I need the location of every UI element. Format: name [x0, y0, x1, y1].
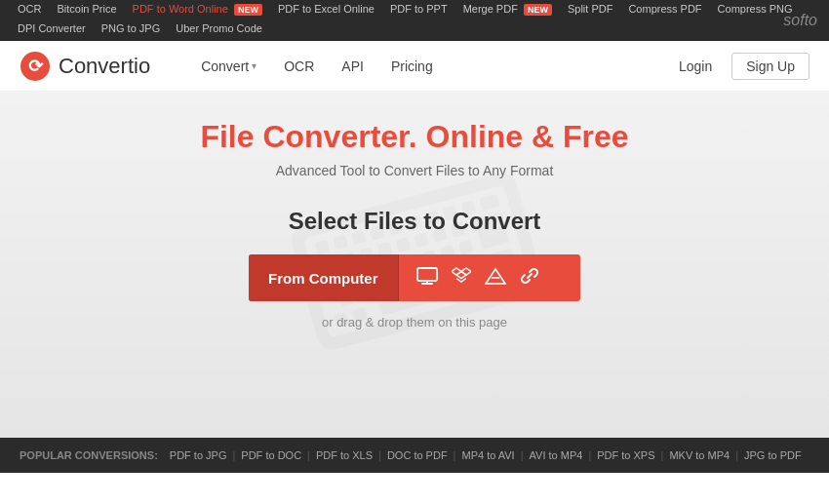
google-drive-icon[interactable]: [485, 267, 506, 290]
new-badge-pdf-word: NEW: [234, 4, 262, 16]
topbar-link-pdf-excel[interactable]: PDF to Excel Online: [270, 0, 382, 18]
dropbox-icon[interactable]: [452, 267, 471, 290]
footer-link-0[interactable]: PDF to JPG: [170, 449, 227, 461]
computer-icon[interactable]: [416, 267, 438, 290]
topbar-link-compress-pdf[interactable]: Compress PDF: [620, 0, 709, 18]
logo[interactable]: ⟳ Convertio: [20, 51, 150, 82]
footer-link-5[interactable]: AVI to MP4: [530, 449, 583, 461]
top-bar-row1: OCR Bitcoin Price PDF to Word Online NEW…: [10, 0, 819, 18]
topbar-link-pdf-ppt[interactable]: PDF to PPT: [382, 0, 455, 18]
main-content: ⌨ File Converter. Online & Free Advanced…: [0, 92, 829, 438]
nav-auth: Login Sign Up: [669, 53, 809, 80]
new-badge-merge-pdf: NEW: [524, 4, 552, 16]
drag-drop-text: or drag & drop them on this page: [322, 315, 507, 330]
nav-links: Convert ▾ OCR API Pricing: [189, 53, 669, 80]
top-bar: OCR Bitcoin Price PDF to Word Online NEW…: [0, 0, 829, 41]
footer-link-4[interactable]: MP4 to AVI: [461, 449, 514, 461]
logo-icon: ⟳: [20, 51, 51, 82]
nav-pricing[interactable]: Pricing: [379, 53, 445, 80]
footer-link-3[interactable]: DOC to PDF: [387, 449, 448, 461]
svg-text:⟳: ⟳: [28, 57, 44, 76]
nav-api[interactable]: API: [330, 53, 375, 80]
logo-text: Convertio: [59, 54, 150, 79]
footer-link-6[interactable]: PDF to XPS: [597, 449, 654, 461]
upload-icons: [399, 266, 557, 291]
top-bar-row2: DPI Converter PNG to JPG Uber Promo Code: [10, 18, 819, 41]
footer-link-1[interactable]: PDF to DOC: [241, 449, 301, 461]
nav-ocr[interactable]: OCR: [272, 53, 326, 80]
topbar-link-png-jpg[interactable]: PNG to JPG: [94, 19, 169, 37]
svg-rect-2: [417, 268, 437, 281]
topbar-link-merge-pdf[interactable]: Merge PDF NEW: [455, 0, 560, 18]
login-button[interactable]: Login: [669, 54, 722, 79]
footer-link-8[interactable]: JPG to PDF: [744, 449, 802, 461]
footer: POPULAR CONVERSIONS: PDF to JPG | PDF to…: [0, 438, 829, 473]
nav-convert[interactable]: Convert ▾: [189, 53, 268, 80]
hero-content: File Converter. Online & Free Advanced T…: [0, 119, 829, 330]
chevron-down-icon: ▾: [252, 60, 257, 71]
topbar-link-ocr[interactable]: OCR: [10, 0, 49, 18]
footer-links: PDF to JPG | PDF to DOC | PDF to XLS | D…: [170, 449, 802, 461]
footer-link-7[interactable]: MKV to MP4: [669, 449, 730, 461]
from-computer-label: From Computer: [249, 254, 399, 301]
upload-area: From Computer: [0, 254, 829, 330]
topbar-link-pdf-word[interactable]: PDF to Word Online NEW: [125, 0, 270, 18]
signup-button[interactable]: Sign Up: [731, 53, 809, 80]
select-files-title: Select Files to Convert: [0, 208, 829, 235]
from-computer-button[interactable]: From Computer: [249, 254, 580, 301]
hero-title: File Converter. Online & Free: [0, 119, 829, 155]
link-icon[interactable]: [520, 266, 539, 291]
topbar-link-uber[interactable]: Uber Promo Code: [168, 19, 270, 37]
popular-conversions-label: POPULAR CONVERSIONS:: [20, 449, 158, 461]
topbar-link-split-pdf[interactable]: Split PDF: [560, 0, 620, 18]
topbar-link-dpi[interactable]: DPI Converter: [10, 19, 94, 37]
softo-logo: softo: [783, 12, 817, 29]
topbar-link-bitcoin[interactable]: Bitcoin Price: [49, 0, 124, 18]
footer-link-2[interactable]: PDF to XLS: [316, 449, 373, 461]
hero-subtitle: Advanced Tool to Convert Files to Any Fo…: [0, 163, 829, 178]
nav-bar: ⟳ Convertio Convert ▾ OCR API Pricing Lo…: [0, 41, 829, 92]
